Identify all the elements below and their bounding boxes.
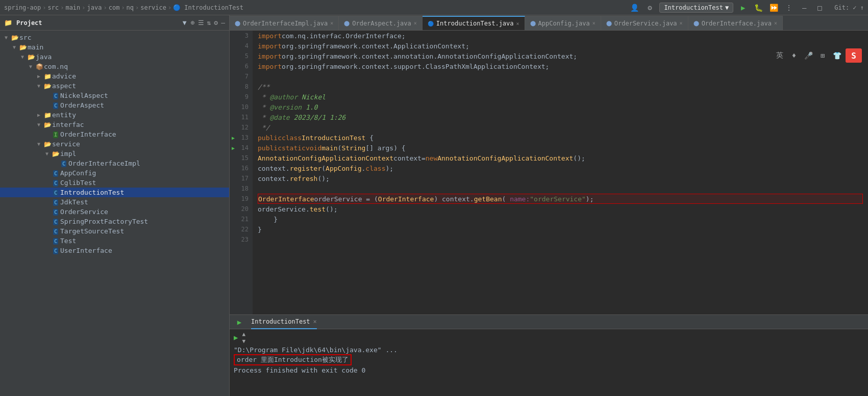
run-button[interactable]: ▶: [737, 2, 749, 13]
tab-icon-OrderInterfaceImpl: ⬤: [235, 20, 240, 26]
sidebar-item-NickelAspect[interactable]: CNickelAspect: [0, 91, 229, 100]
tree-arrow-aspect: ▼: [35, 83, 43, 89]
s-tool-4[interactable]: ⊞: [817, 50, 828, 61]
sidebar-icon-list[interactable]: ☰: [198, 19, 204, 27]
sidebar-icon-settings[interactable]: ⚙: [214, 19, 218, 27]
tab-close-AppConfig[interactable]: ×: [592, 20, 596, 26]
tab-OrderService[interactable]: ⬤OrderService.java×: [601, 16, 688, 30]
line-num-4: 4: [230, 41, 253, 51]
s-badge[interactable]: S: [846, 48, 862, 63]
tab-close-OrderInterface[interactable]: ×: [774, 20, 777, 26]
line-num-11: 11: [230, 112, 253, 122]
code-line-10: * @version 1.0: [258, 102, 863, 112]
sidebar-item-OrderInterface[interactable]: IOrderInterface: [0, 129, 229, 139]
tab-icon-OrderAspect: ⬤: [344, 20, 350, 26]
run-config[interactable]: IntroductionTest ▼: [659, 3, 733, 13]
tree-label-JdkTest: JdkTest: [60, 198, 88, 206]
code-line-7: [258, 71, 863, 82]
tab-IntroductionTest[interactable]: 🔵IntroductionTest.java×: [423, 16, 525, 30]
code-content[interactable]: import com.nq.interfac.OrderInterface;im…: [253, 31, 868, 314]
s-tool-2[interactable]: ♦: [788, 50, 800, 61]
profile-icon[interactable]: 👤: [629, 2, 640, 13]
tree-icon-comnq: 📦: [35, 63, 44, 70]
console-scroll-btn[interactable]: ▲ ▼: [242, 331, 245, 345]
tab-icon-AppConfig: ⬤: [530, 20, 536, 26]
sidebar-item-src[interactable]: ▼📂src: [0, 33, 229, 42]
tab-label-OrderInterfaceImpl: OrderInterfaceImpl.java: [243, 20, 328, 27]
sidebar-item-JdkTest[interactable]: CJdkTest: [0, 197, 229, 207]
tree-label-UserInterface: UserInterface: [60, 247, 112, 254]
line-num-13: ▶13: [230, 133, 253, 143]
run-config-dropdown-icon: ▼: [725, 4, 729, 11]
line-num-19: 19: [230, 194, 253, 204]
settings-icon[interactable]: ⚙: [644, 2, 655, 13]
title-bar: spring-aop › src › main › java › com › n…: [0, 0, 868, 15]
sidebar-item-Test[interactable]: CTest: [0, 236, 229, 246]
tree-icon-impl: 📂: [51, 150, 60, 157]
minimize-icon[interactable]: —: [799, 2, 810, 13]
sidebar-item-main[interactable]: ▼📂main: [0, 42, 229, 52]
maximize-icon[interactable]: □: [814, 2, 825, 13]
tree-icon-UserInterface: C: [51, 247, 60, 254]
tab-OrderInterface[interactable]: ⬤OrderInterface.java×: [688, 16, 783, 30]
tab-close-IntroductionTest[interactable]: ×: [516, 21, 519, 27]
tab-label-IntroductionTest: IntroductionTest.java: [436, 20, 514, 27]
sidebar-icon-sort[interactable]: ⇅: [207, 19, 211, 27]
sidebar-item-entity[interactable]: ▶📁entity: [0, 110, 229, 120]
tree-icon-OrderService: C: [51, 208, 60, 216]
sidebar-item-OrderInterfaceImpl[interactable]: COrderInterfaceImpl: [0, 159, 229, 168]
code-line-16: context.register(AppConfig.class);: [258, 163, 863, 173]
sidebar-item-impl[interactable]: ▼📂impl: [0, 149, 229, 159]
sidebar-icon-cog[interactable]: ⊕: [191, 19, 195, 27]
s-tool-1[interactable]: 英: [774, 50, 785, 61]
tree-icon-main: 📂: [18, 44, 28, 51]
s-tool-3[interactable]: 🎤: [803, 50, 814, 61]
code-line-14: public static void main(String[] args) {: [258, 143, 863, 153]
sidebar-item-UserInterface[interactable]: CUserInterface: [0, 246, 229, 255]
tree-label-advice: advice: [52, 72, 76, 80]
code-line-19: OrderInterface orderService = (OrderInte…: [258, 194, 863, 204]
sidebar-item-OrderAspect[interactable]: COrderAspect: [0, 100, 229, 110]
tree-icon-IntroductionTest: C: [51, 189, 60, 196]
tab-icon-OrderService: ⬤: [606, 20, 612, 26]
console-run-btn[interactable]: ▶: [234, 333, 238, 341]
sidebar-item-advice[interactable]: ▶📁advice: [0, 71, 229, 81]
s-tool-5[interactable]: 👕: [831, 50, 842, 61]
run-tab-close[interactable]: ×: [313, 318, 317, 325]
tab-close-OrderService[interactable]: ×: [680, 20, 683, 26]
sidebar-item-AppConfig[interactable]: CAppConfig: [0, 168, 229, 178]
debug-button[interactable]: 🐛: [753, 2, 764, 13]
sidebar-item-TargetSourceTest[interactable]: CTargetSourceTest: [0, 226, 229, 236]
sidebar-item-IntroductionTest[interactable]: CIntroductionTest: [0, 188, 229, 197]
sidebar-item-SpringProxtFactoryTest[interactable]: CSpringProxtFactoryTest: [0, 217, 229, 226]
sidebar-item-comnq[interactable]: ▼📦com.nq: [0, 62, 229, 71]
run-tab[interactable]: IntroductionTest ×: [251, 315, 317, 329]
sidebar-icons: ⊕ ☰ ⇅ ⚙ —: [191, 19, 225, 27]
sidebar-item-interfac[interactable]: ▼📂interfac: [0, 120, 229, 129]
tab-OrderAspect[interactable]: ⬤OrderAspect.java×: [339, 16, 423, 30]
sidebar-item-service[interactable]: ▼📂service: [0, 139, 229, 149]
sidebar-icon-close[interactable]: —: [221, 19, 225, 27]
code-line-13: public class IntroductionTest {: [258, 133, 863, 143]
run-indicator-13: ▶: [232, 135, 235, 141]
sidebar-item-java[interactable]: ▼📂java: [0, 52, 229, 62]
code-line-15: AnnotationConfigApplicationContext conte…: [258, 153, 863, 163]
tab-close-OrderInterfaceImpl[interactable]: ×: [330, 20, 333, 26]
project-icon: 📁: [4, 19, 12, 27]
line-num-23: 23: [230, 234, 253, 245]
code-line-21: }: [258, 214, 863, 224]
profile-run-button[interactable]: ⏩: [768, 2, 779, 13]
tab-OrderInterfaceImpl[interactable]: ⬤OrderInterfaceImpl.java×: [230, 16, 339, 30]
git-status: Git: ✓ ↑: [834, 4, 864, 11]
tree-icon-src: 📂: [10, 34, 19, 41]
more-run-options[interactable]: ⋮: [783, 2, 795, 13]
tree-icon-OrderInterface: I: [51, 130, 60, 138]
tree-arrow-service: ▼: [35, 141, 43, 147]
sidebar-item-CglibTest[interactable]: CCglibTest: [0, 178, 229, 188]
line-num-18: 18: [230, 183, 253, 194]
tab-close-OrderAspect[interactable]: ×: [414, 20, 417, 26]
code-line-12: */: [258, 122, 863, 133]
sidebar-item-aspect[interactable]: ▼📂aspect: [0, 81, 229, 91]
tab-AppConfig[interactable]: ⬤AppConfig.java×: [525, 16, 601, 30]
sidebar-item-OrderService[interactable]: COrderService: [0, 207, 229, 217]
